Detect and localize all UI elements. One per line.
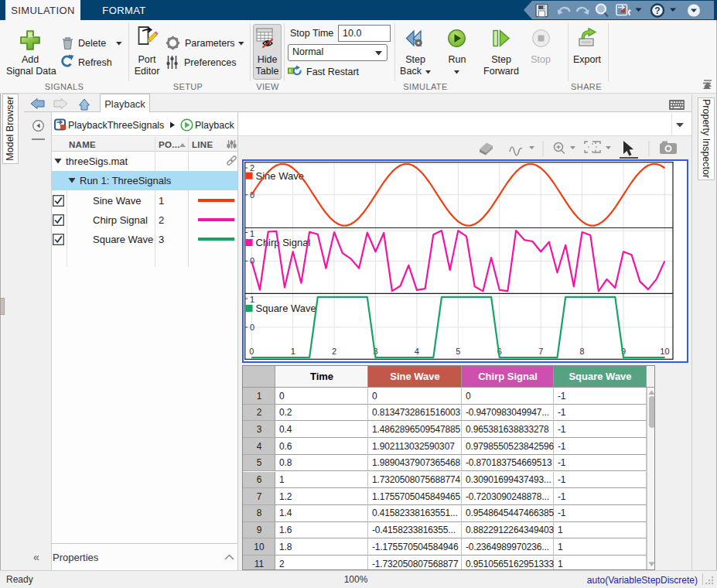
svg-text:5: 5: [456, 347, 460, 356]
svg-text:Square Wave: Square Wave: [256, 303, 316, 314]
svg-text:0: 0: [250, 323, 254, 332]
svg-text:1: 1: [250, 295, 254, 304]
svg-text:Chirp Signal: Chirp Signal: [256, 237, 311, 248]
svg-text:1: 1: [291, 347, 295, 356]
svg-text:1: 1: [250, 229, 254, 238]
svg-text:4: 4: [415, 347, 419, 356]
svg-text:?: ?: [654, 5, 660, 16]
svg-text:2: 2: [332, 347, 336, 356]
svg-text:10: 10: [660, 347, 669, 356]
svg-text:8: 8: [580, 347, 585, 356]
svg-text:0: 0: [249, 347, 254, 356]
svg-text:2: 2: [250, 163, 254, 173]
svg-text:7: 7: [538, 347, 543, 356]
